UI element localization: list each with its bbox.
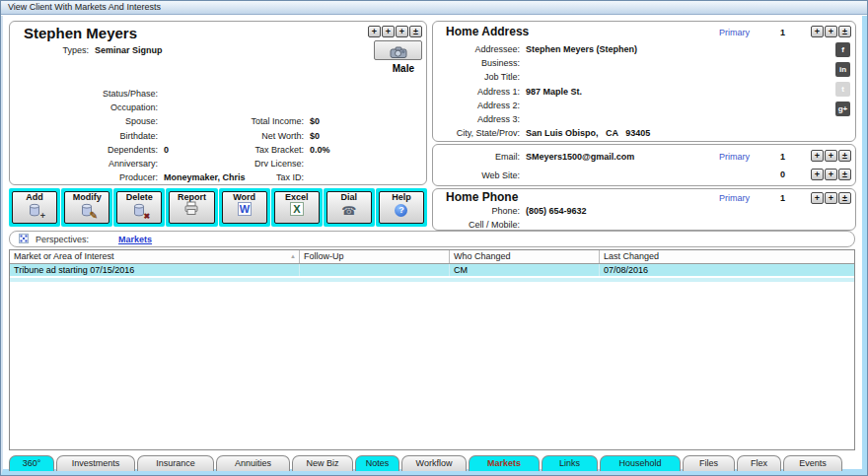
record-nav-button[interactable]: ±	[838, 26, 851, 37]
field-label: Tax ID:	[183, 170, 304, 184]
column-header-lastchanged[interactable]: Last Changed	[600, 250, 854, 263]
tab-markets[interactable]: Markets	[469, 455, 540, 471]
record-nav-button[interactable]: +	[811, 150, 824, 162]
website-count: 0	[780, 170, 785, 179]
field-label: Anniversary:	[10, 157, 158, 170]
tab-links[interactable]: Links	[542, 455, 598, 471]
window-titlebar[interactable]: View Client With Markets And Interests	[1, 1, 867, 15]
column-header-followup[interactable]: Follow-Up	[300, 250, 450, 263]
field-row: Drv License:	[183, 157, 426, 170]
record-nav-button[interactable]: +	[811, 26, 824, 37]
button-label: Add	[13, 192, 56, 202]
field-label: Addressee:	[433, 42, 520, 56]
field-label: Address 3:	[433, 112, 520, 126]
phone-record-nav: + + ±	[811, 192, 851, 204]
perspectives-bar: Perspectives: Markets	[9, 231, 855, 247]
field-label: Producer:	[10, 170, 158, 184]
tab-new-biz[interactable]: New Biz	[292, 455, 353, 471]
toolbar: Add + Modify ✎ Delete	[9, 188, 427, 227]
tab-notes[interactable]: Notes	[355, 455, 399, 471]
column-header-market[interactable]: Market or Area of Interest▲	[10, 250, 300, 263]
tab-bar: 360° Investments Insurance Annuities New…	[9, 455, 842, 471]
dial-button[interactable]: Dial ☎	[326, 191, 372, 224]
field-row: Net Worth:$0	[183, 129, 426, 143]
record-nav-button[interactable]: +	[811, 192, 824, 204]
record-nav-button[interactable]: +	[825, 26, 837, 37]
database-add-icon: +	[25, 203, 44, 219]
button-label: Modify	[65, 192, 108, 202]
excel-button[interactable]: Excel X	[274, 191, 320, 224]
field-value: 0	[164, 143, 169, 157]
client-types-row: Types: Seminar Signup	[10, 44, 163, 56]
word-icon: W	[238, 202, 252, 220]
facebook-icon[interactable]: f	[835, 42, 850, 57]
phone-primary-link[interactable]: Primary	[719, 193, 750, 203]
delete-button[interactable]: Delete ✖	[116, 191, 162, 224]
record-nav-button[interactable]: +	[825, 169, 837, 180]
photo-button[interactable]	[374, 40, 422, 60]
modify-button[interactable]: Modify ✎	[64, 191, 109, 224]
word-button[interactable]: Word W	[222, 191, 267, 224]
email-primary-link[interactable]: Primary	[719, 152, 750, 162]
record-nav-button[interactable]: +	[825, 150, 837, 162]
address-count: 1	[780, 28, 785, 37]
report-button[interactable]: Report	[169, 191, 214, 224]
record-nav-button[interactable]: ±	[838, 150, 851, 162]
phone-icon: ☎	[341, 204, 356, 218]
field-row: Status/Phase:	[10, 87, 326, 101]
add-button[interactable]: Add +	[12, 191, 57, 224]
perspectives-icon	[19, 234, 29, 245]
phone-value: (805) 654-9632	[526, 204, 587, 218]
record-nav-button[interactable]: ±	[838, 169, 851, 180]
address-primary-link[interactable]: Primary	[719, 28, 750, 37]
linkedin-icon[interactable]: in	[835, 62, 850, 77]
field-value: San Luis Obispo, CA 93405	[526, 126, 650, 140]
gender-label: Male	[393, 63, 414, 74]
record-nav-button[interactable]: ±	[838, 192, 851, 204]
field-label: Job Title:	[433, 70, 520, 84]
tab-flex[interactable]: Flex	[737, 455, 781, 471]
tab-annuities[interactable]: Annuities	[216, 455, 290, 471]
tab-insurance[interactable]: Insurance	[137, 455, 214, 471]
field-label: Address 2:	[433, 99, 520, 112]
excel-icon: X	[290, 202, 304, 220]
field-label: Birthdate:	[10, 129, 158, 143]
tab-household[interactable]: Household	[600, 455, 681, 471]
googleplus-icon[interactable]: g+	[835, 102, 850, 116]
tab-events[interactable]: Events	[783, 455, 842, 471]
email-label: Email:	[433, 150, 520, 164]
database-edit-icon: ✎	[77, 203, 97, 219]
field-row: Occupation:	[10, 101, 326, 114]
home-phone-panel: Home Phone Primary 1 + + ± Phone: (805) …	[432, 188, 856, 231]
column-header-whochanged[interactable]: Who Changed	[450, 250, 600, 263]
tab-workflow[interactable]: Workflow	[401, 455, 467, 471]
record-nav-button[interactable]: +	[396, 26, 408, 37]
field-label: Dependents:	[10, 143, 158, 157]
field-value: $0	[310, 129, 320, 143]
tab-files[interactable]: Files	[683, 455, 735, 471]
field-value: Stephen Meyers (Stephen)	[526, 42, 637, 56]
toolbar-button-frame: Add +	[9, 188, 60, 227]
record-nav-button[interactable]: +	[811, 169, 824, 180]
window-title: View Client With Markets And Interests	[8, 2, 161, 12]
website-record-nav: + + ±	[811, 169, 851, 180]
record-nav-button[interactable]: +	[368, 26, 381, 37]
types-value: Seminar Signup	[95, 44, 163, 56]
field-value: 0.0%	[310, 143, 330, 157]
help-button[interactable]: Help ?	[379, 191, 424, 224]
field-row: Address 1:987 Maple St.	[433, 85, 768, 99]
table-row[interactable]: Tribune ad starting 07/15/2016 CM 07/08/…	[10, 264, 854, 276]
field-label: Address 1:	[433, 85, 520, 99]
sort-ascending-icon: ▲	[290, 253, 296, 259]
phone-row: Phone: (805) 654-9632	[433, 204, 855, 218]
home-address-panel: Home Address Primary 1 + + ± Addressee:S…	[432, 21, 856, 142]
record-nav-button[interactable]: +	[825, 192, 837, 204]
toolbar-button-frame: Dial ☎	[324, 188, 375, 227]
record-nav-button[interactable]: +	[382, 26, 395, 37]
field-label: Tax Bracket:	[183, 143, 304, 157]
field-label: Occupation:	[10, 101, 158, 114]
tab-360[interactable]: 360°	[9, 455, 54, 471]
perspectives-markets-link[interactable]: Markets	[118, 235, 152, 244]
tab-investments[interactable]: Investments	[56, 455, 135, 471]
record-nav-button[interactable]: ±	[409, 26, 422, 37]
